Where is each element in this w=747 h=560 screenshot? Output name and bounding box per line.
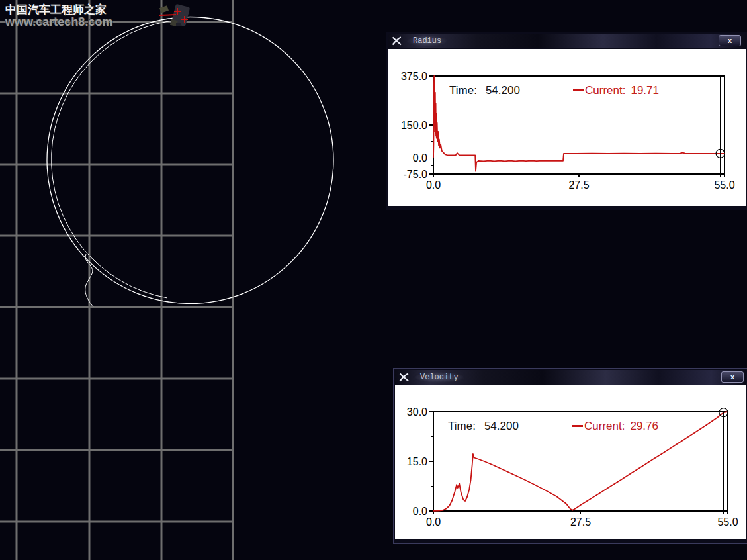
radius-chart: 375.0150.00.0-75.00.027.555.0 xyxy=(388,49,746,206)
radius-close-button[interactable]: x xyxy=(719,35,741,46)
legend-line-icon xyxy=(573,89,584,91)
svg-text:27.5: 27.5 xyxy=(568,179,589,191)
svg-text:55.0: 55.0 xyxy=(717,516,738,528)
velocity-chart: 30.015.00.00.027.555.0 xyxy=(395,385,746,539)
svg-text:30.0: 30.0 xyxy=(407,406,427,418)
radius-current-legend: Current:19.71 xyxy=(573,84,659,97)
watermark: 中国汽车工程师之家 www.cartech8.com xyxy=(5,3,112,28)
svg-text:375.0: 375.0 xyxy=(401,71,427,82)
plot-app-icon xyxy=(399,373,410,382)
svg-text:-75.0: -75.0 xyxy=(404,169,428,180)
svg-text:0.0: 0.0 xyxy=(426,179,441,191)
radius-plot-area: 375.0150.00.0-75.00.027.555.0 Time:54.20… xyxy=(388,49,746,206)
radius-time-readout: Time:54.200 xyxy=(449,84,520,97)
simulation-screen: 中国汽车工程师之家 www.cartech8.com Radius x 375.… xyxy=(0,0,747,560)
plot-app-icon xyxy=(392,36,402,46)
svg-text:0.0: 0.0 xyxy=(426,516,441,528)
velocity-window: Velocity x 30.015.00.00.027.555.0 Time:5… xyxy=(393,368,747,544)
vehicle-marker-icon xyxy=(159,4,190,26)
velocity-time-readout: Time:54.200 xyxy=(448,420,519,433)
svg-text:27.5: 27.5 xyxy=(570,516,591,528)
current-value: 19.71 xyxy=(631,84,659,97)
svg-text:0.0: 0.0 xyxy=(413,152,427,163)
current-label: Current: xyxy=(584,420,625,432)
time-value: 54.200 xyxy=(486,84,520,97)
svg-text:15.0: 15.0 xyxy=(407,456,427,467)
close-icon: x xyxy=(730,373,734,381)
svg-text:0.0: 0.0 xyxy=(413,506,427,517)
radius-window: Radius x 375.0150.00.0-75.00.027.555.0 T… xyxy=(386,32,747,210)
svg-text:55.0: 55.0 xyxy=(714,179,734,191)
legend-line-icon xyxy=(572,425,583,427)
velocity-current-legend: Current:29.76 xyxy=(572,420,658,433)
current-label: Current: xyxy=(585,84,625,97)
velocity-window-title: Velocity xyxy=(414,372,464,383)
current-value: 29.76 xyxy=(630,420,658,432)
time-label: Time: xyxy=(449,84,477,97)
svg-text:150.0: 150.0 xyxy=(401,120,427,131)
close-icon: x xyxy=(728,36,732,44)
ground-grid xyxy=(0,0,234,560)
watermark-url: www.cartech8.com xyxy=(5,16,112,29)
time-label: Time: xyxy=(448,420,476,432)
velocity-close-button[interactable]: x xyxy=(721,371,744,383)
watermark-title: 中国汽车工程师之家 xyxy=(5,3,112,16)
time-cursor[interactable] xyxy=(716,76,725,177)
velocity-plot-area: 30.015.00.00.027.555.0 Time:54.200 Curre… xyxy=(395,385,746,539)
velocity-window-titlebar[interactable]: Velocity x xyxy=(395,370,746,385)
radius-window-title: Radius xyxy=(407,36,447,46)
time-value: 54.200 xyxy=(484,420,519,432)
time-cursor[interactable] xyxy=(719,408,728,514)
radius-window-titlebar[interactable]: Radius x xyxy=(388,34,746,48)
